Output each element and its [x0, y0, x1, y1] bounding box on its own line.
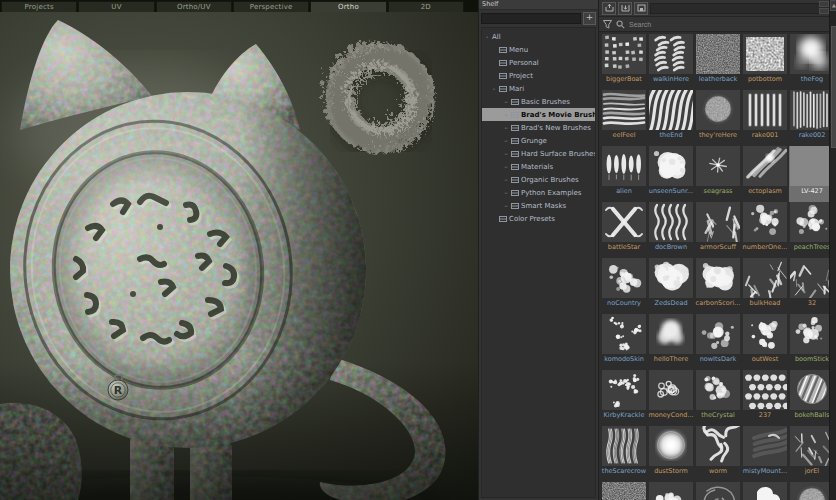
brush-item-unseensunr[interactable]: unseenSunr... [648, 146, 694, 202]
brush-item-theend[interactable]: theEnd [648, 90, 694, 146]
brush-item-truegrit[interactable]: trueGrit [601, 482, 647, 500]
tree-item-personal[interactable]: Personal [482, 56, 595, 69]
brush-thumbnail[interactable] [602, 482, 646, 500]
brush-thumbnail[interactable] [696, 258, 740, 298]
tree-item-color-presets[interactable]: Color Presets [482, 212, 595, 225]
brush-thumbnail[interactable] [696, 370, 740, 410]
tree-item-grunge[interactable]: –Grunge [482, 134, 595, 147]
brush-thumbnail[interactable] [649, 146, 693, 186]
brush-thumbnail[interactable] [649, 202, 693, 242]
scroll-up-icon[interactable]: ▲ [830, 0, 836, 11]
brush-thumbnail[interactable] [696, 314, 740, 354]
tree-item-hard-surface-brushes[interactable]: –Hard Surface Brushes [482, 147, 595, 160]
tree-item-smart-masks[interactable]: –Smart Masks [482, 199, 595, 212]
brush-item-thecrystal[interactable]: theCrystal [695, 370, 741, 426]
tree-item-organic-brushes[interactable]: –Organic Brushes [482, 173, 595, 186]
tree-expander[interactable]: – [503, 189, 509, 197]
brush-thumbnail[interactable] [743, 90, 787, 130]
brush-item-mistymount[interactable]: mistyMount... [742, 426, 788, 482]
tree-item-menu[interactable]: Menu [482, 43, 595, 56]
brush-item-potbottom[interactable]: potbottom [742, 34, 788, 90]
brush-item-zedsdead[interactable]: ZedsDead [648, 258, 694, 314]
tree-item-mari[interactable]: -Mari [482, 82, 595, 95]
browser-scrollbar[interactable]: ▲ [829, 0, 836, 500]
brush-thumbnail[interactable] [649, 258, 693, 298]
tree-item-project[interactable]: Project [482, 69, 595, 82]
brush-thumbnail[interactable] [743, 258, 787, 298]
tab-ortho[interactable]: Ortho [310, 1, 386, 12]
tree-item-python-examples[interactable]: –Python Examples [482, 186, 595, 199]
brush-item-spinnerscuffs[interactable]: spinnerScuffs [695, 482, 741, 500]
brush-thumbnail[interactable] [790, 34, 834, 74]
brush-item-komodoskin[interactable]: komodoSkin [601, 314, 647, 370]
filter-funnel-icon[interactable] [602, 19, 613, 30]
brush-item-biggerboat[interactable]: biggerBoat [601, 34, 647, 90]
tree-expander[interactable]: – [503, 124, 509, 132]
brush-thumbnail[interactable] [602, 202, 646, 242]
brush-thumbnail[interactable] [602, 426, 646, 466]
tree-expander[interactable]: - [484, 33, 490, 41]
tab-2d[interactable]: 2D [388, 1, 464, 12]
brush-item-clevergirl[interactable]: cleverGirl [648, 482, 694, 500]
brush-thumbnail[interactable] [743, 314, 787, 354]
brush-thumbnail[interactable] [649, 34, 693, 74]
brush-item-nowitsdark[interactable]: nowItsDark [695, 314, 741, 370]
brush-thumbnail[interactable] [743, 202, 787, 242]
brush-thumbnail[interactable] [696, 482, 740, 500]
search-input[interactable] [627, 18, 828, 31]
brush-thumbnail[interactable] [649, 482, 693, 500]
brush-thumbnail[interactable] [790, 90, 834, 130]
brush-item-thescarecrow[interactable]: theScarecrow [601, 426, 647, 482]
viewport-3d[interactable]: ProjectsUVOrtho/UVPerspectiveOrtho2D [0, 0, 478, 500]
brush-thumbnail[interactable] [790, 258, 834, 298]
brush-item-kirbykrackle[interactable]: KirbyKrackle [601, 370, 647, 426]
panel-corner-controls[interactable] [819, 0, 829, 14]
save-shelf-icon[interactable] [634, 2, 648, 15]
tree-item-brad-s-movie-brushes[interactable]: –Brad's Movie Brushes [482, 108, 595, 121]
brush-thumbnail[interactable] [649, 370, 693, 410]
brush-item-duststorm[interactable]: dustStorm [648, 426, 694, 482]
brush-item-outwest[interactable]: outWest [742, 314, 788, 370]
brush-thumbnail[interactable] [696, 202, 740, 242]
brush-thumbnail[interactable] [790, 314, 834, 354]
brush-thumbnail[interactable] [602, 90, 646, 130]
brush-item-eelfeel[interactable]: eelFeel [601, 90, 647, 146]
tree-expander[interactable]: - [491, 85, 497, 93]
brush-thumbnail[interactable] [743, 146, 787, 186]
brush-thumbnail[interactable] [743, 370, 787, 410]
tree-expander[interactable]: – [503, 98, 509, 106]
brush-item-seagrass[interactable]: seagrass [695, 146, 741, 202]
brush-item-alien[interactable]: alien [601, 146, 647, 202]
brush-thumbnail[interactable] [649, 90, 693, 130]
tree-expander[interactable]: – [503, 150, 509, 158]
brush-item-armorscuff[interactable]: armorScuff [695, 202, 741, 258]
brush-thumbnail[interactable] [602, 146, 646, 186]
tree-expander[interactable]: – [503, 111, 509, 119]
brush-item-numberone[interactable]: numberOne... [742, 202, 788, 258]
tab-projects[interactable]: Projects [1, 1, 77, 12]
brush-item-nocountry[interactable]: noCountry [601, 258, 647, 314]
brush-thumbnail[interactable] [602, 34, 646, 74]
tree-item-basic-brushes[interactable]: –Basic Brushes [482, 95, 595, 108]
tab-perspective[interactable]: Perspective [233, 1, 309, 12]
brush-thumbnail[interactable] [649, 426, 693, 466]
brush-item-they-rehere[interactable]: they'reHere [695, 90, 741, 146]
brush-item-rake001[interactable]: rake001 [742, 90, 788, 146]
brush-item-walkinhere[interactable]: walkinHere [648, 34, 694, 90]
brush-thumbnail[interactable] [602, 370, 646, 410]
brush-item-ectoplasm[interactable]: ectoplasm [742, 146, 788, 202]
brush-item-hellothere[interactable]: helloThere [648, 314, 694, 370]
brush-thumbnail[interactable] [696, 90, 740, 130]
brush-thumbnail[interactable] [649, 314, 693, 354]
tree-item-materials[interactable]: –Materials [482, 160, 595, 173]
brush-thumbnail[interactable] [743, 426, 787, 466]
brush-thumbnail[interactable] [696, 146, 740, 186]
brush-thumbnail[interactable] [743, 34, 787, 74]
tab-uv[interactable]: UV [78, 1, 154, 12]
brush-thumbnail[interactable] [790, 146, 834, 186]
brush-thumbnail[interactable] [790, 482, 834, 500]
scrollbar-thumb[interactable] [831, 26, 836, 148]
tree-item-brad-s-new-brushes[interactable]: –Brad's New Brushes [482, 121, 595, 134]
brush-item-worm[interactable]: worm [695, 426, 741, 482]
brush-item-docbrown[interactable]: docBrown [648, 202, 694, 258]
